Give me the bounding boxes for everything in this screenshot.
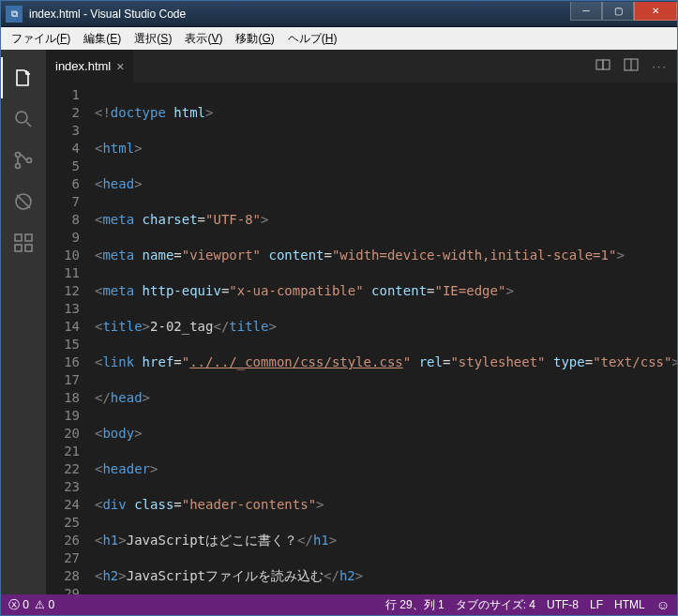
minimize-button[interactable]: ─: [570, 2, 602, 21]
status-eol[interactable]: LF: [590, 598, 603, 611]
menu-bar: ファイル(F) 編集(E) 選択(S) 表示(V) 移動(G) ヘルプ(H): [1, 27, 677, 50]
svg-point-3: [27, 158, 32, 163]
code-content[interactable]: <!doctype html> <html> <head> <meta char…: [95, 83, 677, 594]
app-window: ⧉ index.html - Visual Studio Code ─ ▢ ✕ …: [0, 0, 678, 616]
tab-bar: index.html × ···: [46, 50, 677, 83]
menu-view[interactable]: 表示(V): [178, 29, 229, 49]
menu-help[interactable]: ヘルプ(H): [281, 29, 344, 49]
svg-point-0: [16, 112, 27, 123]
window-controls: ─ ▢ ✕: [570, 8, 677, 21]
svg-rect-6: [25, 234, 32, 241]
status-bar: ⓧ 0 ⚠ 0 行 29、列 1 タブのサイズ: 4 UTF-8 LF HTML…: [1, 594, 677, 615]
app-icon: ⧉: [6, 6, 23, 23]
source-control-icon[interactable]: [1, 140, 46, 181]
window-title: index.html - Visual Studio Code: [27, 8, 570, 21]
close-button[interactable]: ✕: [634, 2, 677, 21]
body-area: index.html × ··· 12345678910111213141516…: [1, 50, 677, 594]
feedback-icon[interactable]: ☺: [656, 597, 670, 612]
status-encoding[interactable]: UTF-8: [547, 598, 579, 611]
editor-area: index.html × ··· 12345678910111213141516…: [46, 50, 677, 594]
tab-close-icon[interactable]: ×: [116, 59, 124, 74]
explorer-icon[interactable]: [1, 57, 46, 98]
menu-edit[interactable]: 編集(E): [77, 29, 128, 49]
tab-index-html[interactable]: index.html ×: [46, 50, 133, 83]
status-errors[interactable]: ⓧ 0: [8, 597, 29, 613]
menu-file[interactable]: ファイル(F): [5, 29, 77, 49]
activity-bar: [1, 50, 46, 594]
status-indent[interactable]: タブのサイズ: 4: [456, 597, 535, 613]
svg-rect-5: [15, 234, 22, 241]
status-warnings[interactable]: ⚠ 0: [35, 598, 54, 611]
search-icon[interactable]: [1, 98, 46, 140]
line-numbers: 1234567891011121314151617181920212223242…: [46, 83, 95, 594]
extensions-icon[interactable]: [1, 222, 46, 263]
compare-icon[interactable]: [595, 57, 610, 75]
svg-point-1: [16, 153, 21, 158]
svg-rect-9: [596, 60, 603, 69]
svg-rect-10: [603, 60, 610, 69]
code-editor[interactable]: 1234567891011121314151617181920212223242…: [46, 83, 677, 594]
status-language[interactable]: HTML: [614, 598, 645, 611]
status-cursor-position[interactable]: 行 29、列 1: [385, 597, 444, 613]
tab-label: index.html: [55, 59, 111, 73]
menu-go[interactable]: 移動(G): [229, 29, 280, 49]
svg-rect-7: [15, 245, 22, 251]
svg-point-2: [16, 164, 21, 169]
svg-rect-8: [25, 245, 32, 251]
split-editor-icon[interactable]: [624, 57, 639, 75]
more-actions-icon[interactable]: ···: [652, 59, 668, 73]
maximize-button[interactable]: ▢: [602, 2, 634, 21]
menu-select[interactable]: 選択(S): [128, 29, 178, 49]
debug-icon[interactable]: [1, 181, 46, 222]
titlebar[interactable]: ⧉ index.html - Visual Studio Code ─ ▢ ✕: [1, 1, 677, 27]
editor-actions: ···: [595, 50, 677, 83]
